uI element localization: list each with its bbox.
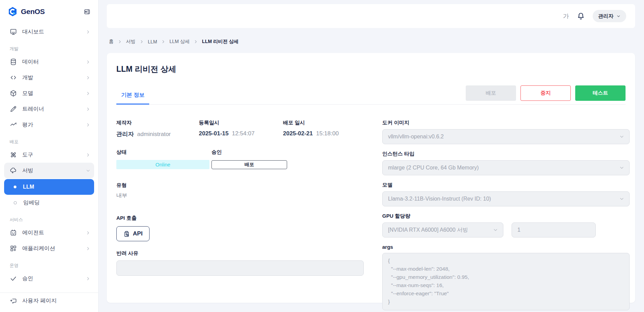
instance-type-field: 인스턴스 타입 mlarge (2 CPU Core, 64 Gb Memory… <box>382 151 630 175</box>
registered-date: 2025-01-15 <box>199 130 229 137</box>
chevron-right-icon <box>86 59 91 65</box>
check-icon <box>10 275 17 282</box>
sidebar-item-label: 에이전트 <box>22 229 44 236</box>
sidebar-item-user-page[interactable]: 사용자 페이지 <box>4 293 94 309</box>
sidebar-item-label: 서빙 <box>22 167 33 174</box>
approval-value-badge: 배포 <box>211 160 287 169</box>
sidebar-item-dashboard[interactable]: 대시보드 <box>4 24 94 40</box>
sidebar-item-label: 승인 <box>22 275 33 282</box>
api-call-label: API 호출 <box>116 215 364 221</box>
deploy-button[interactable]: 배포 <box>466 85 516 101</box>
code-icon <box>10 74 17 81</box>
sidebar-item-label: 개발 <box>22 74 33 81</box>
sidebar-item-application[interactable]: 애플리케이션 <box>4 241 94 256</box>
chevron-right-icon <box>86 75 91 80</box>
api-button-label: API <box>133 230 142 237</box>
model-select[interactable]: Llama-3.2-11B-Vision-Instruct (Rev ID: 1… <box>382 191 630 206</box>
sidebar-item-label: 평가 <box>22 121 33 128</box>
sidebar-nav: 대시보드 개발 데이터 개발 <box>0 18 98 288</box>
deployed-field: 배포 일시 2025-02-21 15:18:00 <box>283 120 339 138</box>
status-badge: Online <box>116 160 209 169</box>
user-menu[interactable]: 관리자 <box>593 10 626 22</box>
sidebar-item-evaluation[interactable]: 평가 <box>4 117 94 133</box>
sidebar-item-label: 데이터 <box>22 58 39 66</box>
args-textarea[interactable]: { "--max-model-len": 2048, "--gpu_memory… <box>382 253 630 310</box>
deployed-label: 배포 일시 <box>283 120 339 126</box>
docker-image-select[interactable]: vllm/vllm-openai:v0.6.2 <box>382 129 630 144</box>
status-label: 상태 <box>116 149 209 155</box>
reject-reason-field: 반려 사유 <box>116 250 364 276</box>
sidebar-item-label: 트레이너 <box>22 106 44 113</box>
sidebar: GenOS 대시보드 개발 <box>0 0 99 312</box>
sidebar-collapse-icon[interactable] <box>83 8 91 15</box>
sidebar-item-serving[interactable]: 서빙 <box>4 163 94 178</box>
active-bullet-icon <box>14 186 16 188</box>
reject-reason-label: 반려 사유 <box>116 250 364 257</box>
sidebar-item-label: 임베딩 <box>23 199 40 206</box>
chevron-down-icon <box>616 14 621 18</box>
deployed-date: 2025-02-21 <box>283 130 313 137</box>
chevron-right-icon <box>86 29 91 35</box>
sidebar-section-ops: 운영 <box>4 262 94 269</box>
sidebar-item-label: 도구 <box>22 151 33 159</box>
genos-logo-icon <box>8 6 18 17</box>
pencil-icon <box>10 105 17 113</box>
app-grid-plus-icon <box>10 245 17 252</box>
instance-type-label: 인스턴스 타입 <box>382 151 630 157</box>
gpu-quota-label: GPU 할당량 <box>382 213 630 219</box>
chevron-down-icon <box>619 134 624 139</box>
notification-bell-icon[interactable] <box>577 12 585 21</box>
test-button[interactable]: 테스트 <box>575 85 626 101</box>
chevron-down-icon <box>493 227 498 233</box>
sidebar-item-embedding[interactable]: 임베딩 <box>4 195 94 211</box>
reject-reason-input[interactable] <box>116 260 364 276</box>
sidebar-item-tools[interactable]: 도구 <box>4 147 94 163</box>
detail-card: LLM 리비전 상세 기본 정보 배포 중지 테스트 제작자 관리자 admin… <box>107 53 635 303</box>
approval-label: 승인 <box>211 149 287 155</box>
top-bar: 가 관리자 <box>107 4 635 28</box>
creator-name: 관리자 <box>116 131 134 137</box>
chevron-right-icon <box>86 91 91 96</box>
deployed-time: 15:18:00 <box>316 130 339 137</box>
database-icon <box>10 58 17 66</box>
stop-button[interactable]: 중지 <box>520 85 571 101</box>
app-logo[interactable]: GenOS <box>8 6 45 17</box>
trend-chart-icon <box>10 121 17 128</box>
breadcrumb-home[interactable]: 홈 <box>109 39 114 45</box>
sidebar-item-develop[interactable]: 개발 <box>4 70 94 85</box>
sidebar-item-approval[interactable]: 승인 <box>4 271 94 286</box>
breadcrumb-llm-detail[interactable]: LLM 상세 <box>169 39 190 45</box>
gpu-select[interactable]: [NVIDIA RTX A6000] A6000 서빙 <box>382 222 503 238</box>
api-button[interactable]: API <box>116 226 150 241</box>
docker-image-field: 도커 이미지 vllm/vllm-openai:v0.6.2 <box>382 120 630 144</box>
instance-type-select[interactable]: mlarge (2 CPU Core, 64 Gb Memory) <box>382 160 630 175</box>
chevron-right-icon <box>86 276 91 281</box>
tools-icon <box>10 151 17 159</box>
approval-field: 승인 배포 <box>211 149 287 169</box>
chevron-right-icon <box>86 152 91 158</box>
api-doc-search-icon <box>123 230 130 237</box>
sidebar-item-agent[interactable]: 에이전트 <box>4 225 94 241</box>
agent-bot-icon <box>10 229 17 236</box>
gpu-value: [NVIDIA RTX A6000] A6000 서빙 <box>388 227 468 234</box>
tab-basic-info[interactable]: 기본 정보 <box>116 92 149 105</box>
sidebar-item-trainer[interactable]: 트레이너 <box>4 101 94 117</box>
font-size-toggle[interactable]: 가 <box>563 12 569 20</box>
sidebar-item-model[interactable]: 모델 <box>4 85 94 101</box>
type-field: 유형 내부 <box>116 182 364 199</box>
left-column: 제작자 관리자 administrator 등록일시 2025-01-15 12… <box>116 120 364 312</box>
sidebar-item-label: 애플리케이션 <box>22 245 55 252</box>
breadcrumb-serving[interactable]: 서빙 <box>126 39 136 45</box>
gpu-count-input[interactable] <box>512 222 596 238</box>
creator-id: administrator <box>137 131 171 137</box>
breadcrumb-llm[interactable]: LLM <box>148 39 157 44</box>
args-label: args <box>382 244 630 250</box>
creator-field: 제작자 관리자 administrator <box>116 120 199 138</box>
sidebar-item-label: 대시보드 <box>22 28 44 36</box>
sidebar-item-data[interactable]: 데이터 <box>4 54 94 70</box>
user-page-icon <box>10 297 17 304</box>
chevron-right-icon <box>86 107 91 112</box>
chevron-down-icon <box>86 168 91 173</box>
sidebar-item-llm[interactable]: LLM <box>4 179 94 195</box>
bullet-icon <box>14 201 17 204</box>
